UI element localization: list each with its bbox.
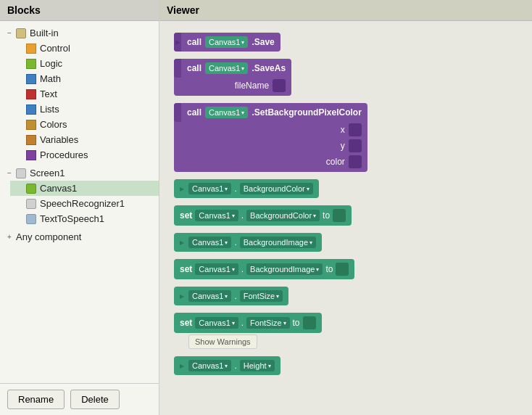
to-slot-fontsize bbox=[303, 316, 316, 329]
tree-item-screen1[interactable]: − Screen1 bbox=[0, 165, 159, 181]
sidebar-item-text[interactable]: Text bbox=[10, 86, 159, 102]
color-icon-lists bbox=[26, 104, 36, 115]
block-get-fontsize[interactable]: ▶ Canvas1 ▾ . FontSize ▾ bbox=[174, 287, 518, 305]
screen1-label: Screen1 bbox=[30, 168, 65, 178]
variables-label: Variables bbox=[40, 134, 78, 145]
math-label: Math bbox=[40, 73, 61, 84]
call-label-3: call bbox=[187, 107, 201, 118]
prop-dropdown-bgimage[interactable]: BackgroundImage ▾ bbox=[240, 237, 316, 248]
viewer-area[interactable]: ▶ call Canvas1 ▾ .Save bbox=[159, 21, 532, 415]
dot-5: . bbox=[234, 291, 236, 301]
expand-icon-screen1: − bbox=[4, 168, 14, 178]
tree-area: − Built-in Control Logic Math bbox=[0, 21, 159, 383]
dot-3: . bbox=[234, 237, 236, 247]
folder-icon-screen1 bbox=[16, 168, 26, 178]
procedures-label: Procedures bbox=[40, 149, 88, 160]
canvas1-dropdown-2[interactable]: Canvas1 ▾ bbox=[205, 62, 248, 74]
set-label-bgcolor: set bbox=[180, 210, 192, 221]
text-label: Text bbox=[40, 89, 57, 99]
call-label-1: call bbox=[187, 37, 201, 47]
canvas1-dropdown-3[interactable]: Canvas1 ▾ bbox=[205, 107, 248, 118]
prop-dropdown-height[interactable]: Height ▾ bbox=[240, 360, 275, 371]
to-label-bgcolor: to bbox=[323, 210, 330, 221]
param-y-label: y bbox=[341, 141, 345, 151]
sidebar-item-procedures[interactable]: Procedures bbox=[10, 147, 159, 163]
canvas1-dropdown-5[interactable]: Canvas1 ▾ bbox=[195, 210, 238, 221]
param-x-label: x bbox=[341, 125, 345, 135]
block-get-height[interactable]: ▶ Canvas1 ▾ . Height ▾ bbox=[174, 356, 518, 375]
logic-label: Logic bbox=[40, 58, 62, 69]
expand-icon-builtin: − bbox=[4, 28, 14, 38]
param-x-slot bbox=[349, 123, 362, 136]
notch-left-get-bgimage: ▶ bbox=[180, 239, 184, 246]
block-call-saveas[interactable]: call Canvas1 ▾ .SaveAs fileName bbox=[174, 59, 518, 96]
block-get-bgimage[interactable]: ▶ Canvas1 ▾ . BackgroundImage ▾ bbox=[174, 233, 518, 252]
prop-dropdown-bgcolor-set[interactable]: BackgroundColor ▾ bbox=[246, 210, 320, 221]
canvas1-dropdown-1[interactable]: Canvas1 ▾ bbox=[205, 36, 248, 48]
block-call-setbgpixelcolor[interactable]: call Canvas1 ▾ .SetBackgroundPixelColor … bbox=[174, 103, 518, 172]
method-label-setbgpx: .SetBackgroundPixelColor bbox=[252, 107, 361, 118]
sidebar-item-math[interactable]: Math bbox=[10, 71, 159, 86]
param-filename-label: fileName bbox=[235, 81, 269, 91]
show-warnings-button[interactable]: Show Warnings bbox=[188, 334, 257, 349]
to-slot-bgcolor bbox=[333, 209, 346, 222]
sidebar-item-speechrecognizer1[interactable]: SpeechRecognizer1 bbox=[10, 196, 159, 211]
canvas1-dropdown-7[interactable]: Canvas1 ▾ bbox=[195, 263, 238, 275]
rename-button[interactable]: Rename bbox=[7, 390, 65, 409]
canvas1-dropdown-8[interactable]: Canvas1 ▾ bbox=[188, 290, 231, 302]
method-label-save: .Save bbox=[252, 37, 274, 47]
block-set-bgcolor[interactable]: set Canvas1 ▾ . BackgroundColor ▾ to bbox=[174, 205, 518, 226]
canvas1-dropdown-4[interactable]: Canvas1 ▾ bbox=[188, 183, 231, 194]
block-set-fontsize[interactable]: set Canvas1 ▾ . FontSize ▾ to bbox=[174, 313, 518, 333]
dot-6: . bbox=[241, 318, 244, 328]
dot-2: . bbox=[241, 210, 244, 221]
texttospeech1-label: TextToSpeech1 bbox=[40, 213, 104, 224]
param-color-slot bbox=[349, 155, 362, 168]
anycomponent-label: Any component bbox=[16, 231, 81, 242]
delete-button[interactable]: Delete bbox=[70, 390, 120, 409]
color-icon-text bbox=[26, 89, 36, 99]
dot-7: . bbox=[234, 361, 236, 371]
set-label-bgimage: set bbox=[180, 264, 192, 274]
colors-label: Colors bbox=[40, 119, 67, 130]
tree-item-builtin[interactable]: − Built-in bbox=[0, 25, 159, 41]
sidebar-item-canvas1[interactable]: Canvas1 bbox=[10, 181, 159, 196]
sidebar-item-texttospeech1[interactable]: TextToSpeech1 bbox=[10, 211, 159, 226]
method-label-saveas: .SaveAs bbox=[252, 63, 286, 73]
lists-label: Lists bbox=[40, 104, 59, 115]
notch-left-get-fontsize: ▶ bbox=[180, 293, 184, 300]
canvas1-icon bbox=[26, 184, 36, 194]
prop-dropdown-bgimage-set[interactable]: BackgroundImage ▾ bbox=[246, 263, 323, 275]
block-call-save[interactable]: ▶ call Canvas1 ▾ .Save bbox=[174, 33, 518, 52]
left-panel: Blocks − Built-in Control Logic bbox=[0, 0, 159, 415]
dot-1: . bbox=[234, 184, 236, 194]
block-get-bgcolor[interactable]: ▶ Canvas1 ▾ . BackgroundColor ▾ bbox=[174, 179, 518, 198]
sidebar-item-lists[interactable]: Lists bbox=[10, 102, 159, 117]
canvas1-label: Canvas1 bbox=[40, 183, 77, 194]
prop-dropdown-fontsize[interactable]: FontSize ▾ bbox=[240, 290, 283, 302]
set-label-fontsize: set bbox=[180, 318, 192, 328]
blocks-header: Blocks bbox=[0, 0, 159, 21]
sidebar-item-control[interactable]: Control bbox=[10, 41, 159, 56]
to-label-fontsize: to bbox=[293, 318, 300, 328]
color-icon-procedures bbox=[26, 150, 36, 160]
sidebar-item-logic[interactable]: Logic bbox=[10, 56, 159, 71]
call-label-2: call bbox=[187, 63, 201, 73]
color-icon-logic bbox=[26, 59, 36, 69]
sidebar-item-colors[interactable]: Colors bbox=[10, 117, 159, 132]
notch-left-get-bgcolor: ▶ bbox=[180, 186, 184, 192]
folder-icon-builtin bbox=[16, 28, 26, 38]
canvas1-dropdown-6[interactable]: Canvas1 ▾ bbox=[188, 237, 231, 248]
to-label-bgimage: to bbox=[325, 264, 333, 274]
tree-item-anycomponent[interactable]: + Any component bbox=[0, 229, 159, 245]
canvas1-dropdown-9[interactable]: Canvas1 ▾ bbox=[195, 317, 238, 329]
speechrecognizer1-icon bbox=[26, 199, 36, 209]
notch-left-get-height: ▶ bbox=[180, 363, 184, 369]
show-warnings-row: Show Warnings bbox=[188, 334, 518, 349]
sidebar-item-variables[interactable]: Variables bbox=[10, 132, 159, 147]
block-set-bgimage[interactable]: set Canvas1 ▾ . BackgroundImage ▾ to bbox=[174, 259, 518, 279]
prop-dropdown-fontsize-set[interactable]: FontSize ▾ bbox=[246, 317, 289, 329]
builtin-label: Built-in bbox=[30, 28, 59, 38]
prop-dropdown-bgcolor[interactable]: BackgroundColor ▾ bbox=[240, 183, 313, 194]
canvas1-dropdown-10[interactable]: Canvas1 ▾ bbox=[188, 360, 231, 371]
